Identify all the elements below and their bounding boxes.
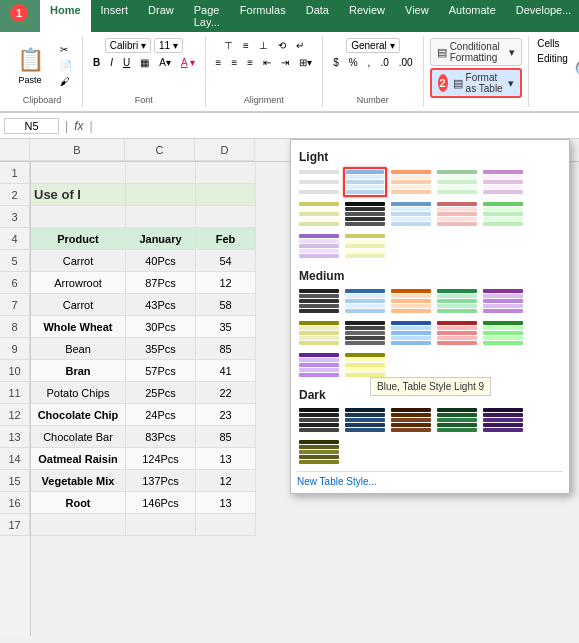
cell-d6[interactable]: 12	[196, 272, 256, 294]
cell-d16[interactable]: 13	[196, 492, 256, 514]
col-header-b[interactable]: B	[30, 139, 125, 161]
row-header-17[interactable]: 17	[0, 514, 30, 536]
row-header-13[interactable]: 13	[0, 426, 30, 448]
tab-home[interactable]: Home	[40, 0, 91, 32]
row-header-11[interactable]: 11	[0, 382, 30, 404]
cell-c15[interactable]: 137Pcs	[126, 470, 196, 492]
editing-button[interactable]: Editing	[533, 51, 572, 66]
cell-b16[interactable]: Root	[31, 492, 126, 514]
cell-c1[interactable]	[126, 162, 196, 184]
cell-c3[interactable]	[126, 206, 196, 228]
comma-button[interactable]: ,	[364, 55, 375, 70]
row-header-5[interactable]: 5	[0, 250, 30, 272]
decimal-increase-button[interactable]: .00	[395, 55, 417, 70]
style-thumb-ls6[interactable]	[297, 199, 341, 229]
merge-button[interactable]: ⊞▾	[295, 55, 316, 70]
style-thumb-ls4[interactable]	[435, 167, 479, 197]
cell-c10[interactable]: 57Pcs	[126, 360, 196, 382]
orientation-button[interactable]: ⟲	[274, 38, 290, 53]
style-thumb-ds4[interactable]	[435, 405, 479, 435]
cells-button[interactable]: Cells	[533, 36, 572, 51]
row-header-6[interactable]: 6	[0, 272, 30, 294]
align-left-button[interactable]: ≡	[212, 55, 226, 70]
align-bottom-button[interactable]: ⊥	[255, 38, 272, 53]
cell-c16[interactable]: 146Pcs	[126, 492, 196, 514]
cell-c6[interactable]: 87Pcs	[126, 272, 196, 294]
style-thumb-ls5[interactable]	[481, 167, 525, 197]
cell-c14[interactable]: 124Pcs	[126, 448, 196, 470]
cut-button[interactable]: ✂	[56, 42, 76, 57]
style-thumb-ds6[interactable]	[297, 437, 341, 467]
cell-d9[interactable]: 85	[196, 338, 256, 360]
formula-input[interactable]	[99, 120, 575, 132]
cell-c12[interactable]: 24Pcs	[126, 404, 196, 426]
style-thumb-ms2[interactable]	[343, 286, 387, 316]
cell-b13[interactable]: Chocolate Bar	[31, 426, 126, 448]
cell-d13[interactable]: 85	[196, 426, 256, 448]
style-thumb-ls2[interactable]	[343, 167, 387, 197]
underline-button[interactable]: U	[119, 55, 134, 70]
row-header-15[interactable]: 15	[0, 470, 30, 492]
row-header-14[interactable]: 14	[0, 448, 30, 470]
cell-c2[interactable]	[126, 184, 196, 206]
cell-b11[interactable]: Potato Chips	[31, 382, 126, 404]
cell-b2[interactable]: Use of I	[31, 184, 126, 206]
tab-view[interactable]: View	[395, 0, 439, 32]
tab-developer[interactable]: Develope...	[506, 0, 579, 32]
cell-reference-input[interactable]	[4, 118, 59, 134]
style-thumb-ds3[interactable]	[389, 405, 433, 435]
style-thumb-ls1[interactable]	[297, 167, 341, 197]
align-center-button[interactable]: ≡	[227, 55, 241, 70]
cell-d15[interactable]: 12	[196, 470, 256, 492]
cell-b10[interactable]: Bran	[31, 360, 126, 382]
cell-c11[interactable]: 25Pcs	[126, 382, 196, 404]
style-thumb-ms4[interactable]	[435, 286, 479, 316]
cell-d5[interactable]: 54	[196, 250, 256, 272]
tab-automate[interactable]: Automate	[439, 0, 506, 32]
style-thumb-ls10[interactable]	[481, 199, 525, 229]
cell-c17[interactable]	[126, 514, 196, 536]
row-header-3[interactable]: 3	[0, 206, 30, 228]
cell-b6[interactable]: Arrowroot	[31, 272, 126, 294]
cell-d14[interactable]: 13	[196, 448, 256, 470]
style-thumb-ls3[interactable]	[389, 167, 433, 197]
style-thumb-ls9[interactable]	[435, 199, 479, 229]
cell-c9[interactable]: 35Pcs	[126, 338, 196, 360]
style-thumb-ms11[interactable]	[297, 350, 341, 380]
tab-page-layout[interactable]: Page Lay...	[184, 0, 230, 32]
align-top-button[interactable]: ⊤	[220, 38, 237, 53]
italic-button[interactable]: I	[106, 55, 117, 70]
cell-b17[interactable]	[31, 514, 126, 536]
row-header-12[interactable]: 12	[0, 404, 30, 426]
new-table-style-button[interactable]: New Table Style...	[297, 471, 563, 487]
tab-review[interactable]: Review	[339, 0, 395, 32]
cell-b3[interactable]	[31, 206, 126, 228]
number-format-select[interactable]: General ▾	[346, 38, 399, 53]
cell-d3[interactable]	[196, 206, 256, 228]
cell-c13[interactable]: 83Pcs	[126, 426, 196, 448]
format-as-table-button[interactable]: 2 ▤ Format as Table ▾	[430, 68, 523, 98]
style-thumb-ms9[interactable]	[435, 318, 479, 348]
style-thumb-ds2[interactable]	[343, 405, 387, 435]
cell-c5[interactable]: 40Pcs	[126, 250, 196, 272]
cell-d4[interactable]: Feb	[196, 228, 256, 250]
percent-button[interactable]: %	[345, 55, 362, 70]
style-thumb-ds1[interactable]	[297, 405, 341, 435]
align-right-button[interactable]: ≡	[243, 55, 257, 70]
row-header-7[interactable]: 7	[0, 294, 30, 316]
cell-d11[interactable]: 22	[196, 382, 256, 404]
tab-insert[interactable]: Insert	[91, 0, 139, 32]
wrap-text-button[interactable]: ↵	[292, 38, 308, 53]
copy-button[interactable]: 📄	[56, 58, 76, 73]
style-thumb-ms8[interactable]	[389, 318, 433, 348]
decimal-decrease-button[interactable]: .0	[376, 55, 392, 70]
col-header-d[interactable]: D	[195, 139, 255, 161]
cell-b14[interactable]: Oatmeal Raisin	[31, 448, 126, 470]
style-thumb-ls12[interactable]	[343, 231, 387, 261]
row-header-4[interactable]: 4	[0, 228, 30, 250]
cell-b7[interactable]: Carrot	[31, 294, 126, 316]
style-thumb-ls7[interactable]	[343, 199, 387, 229]
tab-draw[interactable]: Draw	[138, 0, 184, 32]
row-header-10[interactable]: 10	[0, 360, 30, 382]
currency-button[interactable]: $	[329, 55, 343, 70]
